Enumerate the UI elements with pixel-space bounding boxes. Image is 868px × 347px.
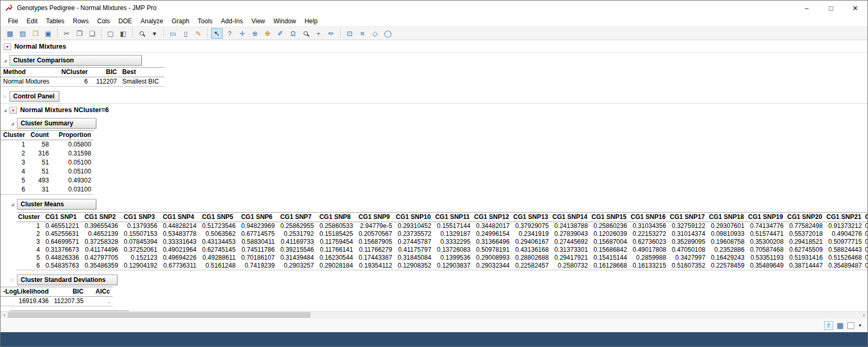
cell: 0.34482017: [472, 222, 511, 231]
cell: 0.41: [863, 262, 867, 270]
zoom-tool-icon[interactable]: [300, 28, 312, 39]
disclosure-open-icon[interactable]: ◢: [9, 121, 16, 126]
header-control-panel[interactable]: Control Panel: [10, 91, 59, 102]
header-cluster-summary[interactable]: Cluster Summary: [17, 118, 96, 129]
journal-icon[interactable]: ▭: [167, 28, 179, 39]
cell: Smallest BIC: [120, 77, 165, 87]
cell: 0.49694226: [159, 254, 198, 262]
menu-edit[interactable]: Edit: [22, 16, 42, 26]
column-header: CG1 SNP13: [511, 213, 550, 222]
menu-tools[interactable]: Tools: [194, 16, 217, 26]
cell: 0.37252061: [120, 246, 159, 254]
red-triangle-menu-icon[interactable]: ▼: [4, 43, 11, 50]
column-header: BIC: [90, 68, 120, 77]
cell: 0.15415144: [589, 254, 628, 262]
arrow-tool-icon[interactable]: ↖: [211, 28, 223, 39]
cell: 0.74511786: [237, 246, 276, 254]
cell: 0.74134776: [746, 222, 785, 231]
cut-icon[interactable]: ✂: [61, 28, 72, 39]
edit-annotation-icon[interactable]: ✎: [193, 28, 204, 39]
cell: 0.41175797: [394, 246, 433, 254]
save-icon[interactable]: ▣: [42, 28, 54, 39]
menu-addins[interactable]: Add-Ins: [217, 16, 247, 26]
header-cluster-means[interactable]: Cluster Means: [17, 199, 96, 209]
cell: 0.31014374: [668, 230, 707, 238]
lock-icon[interactable]: ◧: [117, 28, 129, 39]
line-style-icon[interactable]: ≡: [357, 28, 368, 39]
menu-view[interactable]: View: [247, 16, 269, 26]
disclosure-open-icon[interactable]: ◢: [2, 108, 8, 113]
cell: 2.94779e-5: [354, 222, 394, 231]
new-data-table-icon[interactable]: ▦: [4, 28, 16, 39]
red-triangle-menu-icon[interactable]: ▼: [10, 107, 17, 114]
menu-graph[interactable]: Graph: [167, 16, 193, 26]
disclosure-closed-icon[interactable]: ▷: [9, 278, 16, 282]
cell: 0.44828214: [159, 222, 198, 231]
menu-doe[interactable]: DOE: [114, 16, 136, 26]
search-icon[interactable]: [136, 28, 148, 39]
disclosure-closed-icon[interactable]: ▷: [2, 94, 8, 99]
lasso-tool-icon[interactable]: Ω: [287, 28, 299, 39]
cell: 0.35489649: [746, 262, 785, 270]
scroll-left-icon[interactable]: ‹: [1, 312, 8, 318]
disclosure-open-icon[interactable]: ◢: [9, 202, 16, 207]
script-window-icon[interactable]: ▢: [105, 28, 116, 39]
cell: 0.2341919: [511, 230, 550, 238]
cell: 0.29418521: [785, 238, 824, 246]
header-cluster-comparison[interactable]: Cluster Comparison: [10, 55, 142, 66]
cell: 0.03100: [51, 185, 94, 195]
new-journal-icon[interactable]: ▤: [17, 28, 29, 39]
menu-window[interactable]: Window: [269, 16, 300, 26]
horizontal-scrollbar[interactable]: ‹ ›: [1, 311, 867, 318]
layout-icon[interactable]: ▯: [180, 28, 191, 39]
pencil-tool-icon[interactable]: ✏: [325, 28, 337, 39]
brush-tool-icon[interactable]: ✐: [275, 28, 286, 39]
window-grid-icon[interactable]: ▦: [837, 321, 844, 330]
polygon-tool-icon[interactable]: ◇: [369, 28, 381, 39]
column-header: CG1 SNP8: [315, 213, 354, 222]
cell: 0.50977715: [824, 238, 863, 246]
close-button[interactable]: ✕: [843, 1, 867, 15]
copy-icon[interactable]: ❐: [74, 28, 85, 39]
cell: 0.41169733: [276, 238, 315, 246]
scrollbar-thumb[interactable]: [8, 312, 310, 318]
oval-tool-icon[interactable]: ◯: [382, 28, 394, 39]
table-header-row: ClusterCG1 SNP1CG1 SNP2CG1 SNP3CG1 SNP4C…: [16, 213, 867, 222]
cell: 0.1399536: [433, 254, 472, 262]
text-annotate-icon[interactable]: ⊡: [344, 28, 355, 39]
menu-analyze[interactable]: Analyze: [136, 16, 168, 26]
scroll-right-icon[interactable]: ›: [860, 312, 867, 318]
paste-icon[interactable]: ❏: [86, 28, 98, 39]
toolbar-separator: [132, 29, 133, 38]
status-menu-dropdown-icon[interactable]: ▼: [858, 323, 862, 328]
plus-tool-icon[interactable]: +: [313, 28, 324, 39]
search-dropdown-icon[interactable]: ▾: [149, 28, 160, 39]
grabber-tool-icon[interactable]: ✥: [262, 28, 273, 39]
cell: 0.25860533: [315, 222, 354, 231]
table-row: 4510.05100: [1, 167, 94, 176]
disclosure-open-icon[interactable]: ◢: [2, 58, 8, 63]
menu-cols[interactable]: Cols: [93, 16, 114, 26]
open-icon[interactable]: ❒: [30, 28, 41, 39]
scroll-to-top-icon[interactable]: ⇧: [824, 321, 833, 330]
menu-tables[interactable]: Tables: [42, 16, 69, 26]
status-swatch[interactable]: [847, 322, 854, 329]
cell: 0.13726083: [433, 246, 472, 254]
column-header: CG1 SNP2: [80, 213, 120, 222]
cluster-means-table: ClusterCG1 SNP1CG1 SNP2CG1 SNP3CG1 SNP4C…: [16, 212, 867, 270]
crosshair-tool-icon[interactable]: ✛: [236, 28, 248, 39]
help-tool-icon[interactable]: ?: [224, 28, 235, 39]
minimize-button[interactable]: –: [794, 1, 819, 15]
cell: 0.51574471: [746, 230, 785, 238]
menu-help[interactable]: Help: [300, 16, 322, 26]
cell: 4: [1, 167, 28, 176]
menu-file[interactable]: File: [4, 16, 22, 26]
maximize-button[interactable]: □: [819, 1, 843, 15]
cell: 0.05800: [51, 140, 94, 150]
cell: 0.05100: [51, 167, 94, 176]
title-bar: Genotypes Pedigree - Normal Mixtures - J…: [1, 1, 867, 15]
cell: 0.16429243: [707, 254, 746, 262]
header-cluster-standard-deviations[interactable]: Cluster Standard Deviations: [17, 275, 117, 285]
menu-rows[interactable]: Rows: [69, 16, 93, 26]
globe-tool-icon[interactable]: ⊕: [249, 28, 261, 39]
